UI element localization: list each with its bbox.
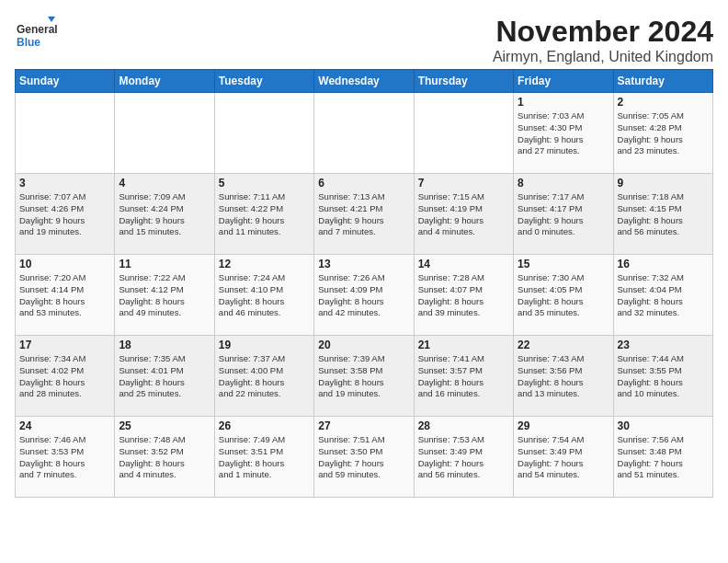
calendar-cell: 9Sunrise: 7:18 AM Sunset: 4:15 PM Daylig… xyxy=(613,174,712,255)
calendar-cell: 16Sunrise: 7:32 AM Sunset: 4:04 PM Dayli… xyxy=(613,255,712,336)
calendar-cell: 25Sunrise: 7:48 AM Sunset: 3:52 PM Dayli… xyxy=(115,417,214,498)
day-info: Sunrise: 7:09 AM Sunset: 4:24 PM Dayligh… xyxy=(119,191,210,238)
day-info: Sunrise: 7:39 AM Sunset: 3:58 PM Dayligh… xyxy=(318,353,409,400)
day-number: 10 xyxy=(19,258,110,270)
day-info: Sunrise: 7:15 AM Sunset: 4:19 PM Dayligh… xyxy=(418,191,509,238)
calendar-cell xyxy=(214,93,313,174)
day-info: Sunrise: 7:34 AM Sunset: 4:02 PM Dayligh… xyxy=(19,353,110,400)
calendar-cell: 5Sunrise: 7:11 AM Sunset: 4:22 PM Daylig… xyxy=(214,174,313,255)
weekday-header: Friday xyxy=(514,70,613,93)
calendar-cell xyxy=(115,93,214,174)
day-number: 26 xyxy=(219,419,310,432)
calendar-cell: 17Sunrise: 7:34 AM Sunset: 4:02 PM Dayli… xyxy=(16,336,115,417)
day-info: Sunrise: 7:20 AM Sunset: 4:14 PM Dayligh… xyxy=(19,272,110,319)
day-number: 12 xyxy=(219,258,310,270)
day-number: 19 xyxy=(219,339,310,351)
day-number: 30 xyxy=(618,419,709,432)
calendar-week-row: 3Sunrise: 7:07 AM Sunset: 4:26 PM Daylig… xyxy=(16,174,713,255)
day-number: 14 xyxy=(418,258,509,270)
day-info: Sunrise: 7:11 AM Sunset: 4:22 PM Dayligh… xyxy=(219,191,310,238)
calendar-cell: 20Sunrise: 7:39 AM Sunset: 3:58 PM Dayli… xyxy=(314,336,414,417)
day-number: 15 xyxy=(518,258,609,270)
day-number: 13 xyxy=(318,258,409,270)
day-info: Sunrise: 7:28 AM Sunset: 4:07 PM Dayligh… xyxy=(418,272,509,319)
day-number: 24 xyxy=(19,419,110,432)
day-number: 1 xyxy=(518,96,609,109)
day-info: Sunrise: 7:32 AM Sunset: 4:04 PM Dayligh… xyxy=(618,272,709,319)
day-info: Sunrise: 7:22 AM Sunset: 4:12 PM Dayligh… xyxy=(119,272,210,319)
day-number: 17 xyxy=(19,339,110,351)
calendar-cell: 26Sunrise: 7:49 AM Sunset: 3:51 PM Dayli… xyxy=(214,417,313,498)
day-number: 18 xyxy=(119,339,210,351)
svg-text:Blue: Blue xyxy=(17,36,40,49)
calendar-table: SundayMondayTuesdayWednesdayThursdayFrid… xyxy=(15,69,713,498)
calendar-cell: 1Sunrise: 7:03 AM Sunset: 4:30 PM Daylig… xyxy=(514,93,613,174)
day-number: 6 xyxy=(318,177,409,190)
day-info: Sunrise: 7:41 AM Sunset: 3:57 PM Dayligh… xyxy=(418,353,509,400)
day-number: 2 xyxy=(618,96,709,109)
day-number: 16 xyxy=(618,258,709,270)
day-number: 9 xyxy=(618,177,709,190)
day-info: Sunrise: 7:37 AM Sunset: 4:00 PM Dayligh… xyxy=(219,353,310,400)
calendar-cell: 6Sunrise: 7:13 AM Sunset: 4:21 PM Daylig… xyxy=(314,174,414,255)
calendar-cell: 2Sunrise: 7:05 AM Sunset: 4:28 PM Daylig… xyxy=(613,93,712,174)
calendar-cell: 4Sunrise: 7:09 AM Sunset: 4:24 PM Daylig… xyxy=(115,174,214,255)
calendar-title: November 2024 Airmyn, England, United Ki… xyxy=(493,15,713,65)
day-number: 25 xyxy=(119,419,210,432)
calendar-cell: 11Sunrise: 7:22 AM Sunset: 4:12 PM Dayli… xyxy=(115,255,214,336)
day-info: Sunrise: 7:30 AM Sunset: 4:05 PM Dayligh… xyxy=(518,272,609,319)
calendar-cell xyxy=(314,93,414,174)
calendar-week-row: 17Sunrise: 7:34 AM Sunset: 4:02 PM Dayli… xyxy=(16,336,713,417)
calendar-cell xyxy=(16,93,115,174)
calendar-cell: 13Sunrise: 7:26 AM Sunset: 4:09 PM Dayli… xyxy=(314,255,414,336)
calendar-week-row: 10Sunrise: 7:20 AM Sunset: 4:14 PM Dayli… xyxy=(16,255,713,336)
weekday-header: Wednesday xyxy=(314,70,414,93)
day-info: Sunrise: 7:53 AM Sunset: 3:49 PM Dayligh… xyxy=(418,434,509,481)
location: Airmyn, England, United Kingdom xyxy=(493,49,713,65)
day-info: Sunrise: 7:26 AM Sunset: 4:09 PM Dayligh… xyxy=(318,272,409,319)
day-info: Sunrise: 7:54 AM Sunset: 3:49 PM Dayligh… xyxy=(518,434,609,481)
calendar-cell: 30Sunrise: 7:56 AM Sunset: 3:48 PM Dayli… xyxy=(613,417,712,498)
day-info: Sunrise: 7:05 AM Sunset: 4:28 PM Dayligh… xyxy=(618,110,709,157)
calendar-cell: 3Sunrise: 7:07 AM Sunset: 4:26 PM Daylig… xyxy=(16,174,115,255)
calendar-cell: 29Sunrise: 7:54 AM Sunset: 3:49 PM Dayli… xyxy=(514,417,613,498)
weekday-header: Monday xyxy=(115,70,214,93)
day-number: 29 xyxy=(518,419,609,432)
day-info: Sunrise: 7:56 AM Sunset: 3:48 PM Dayligh… xyxy=(618,434,709,481)
day-number: 28 xyxy=(418,419,509,432)
calendar-cell: 7Sunrise: 7:15 AM Sunset: 4:19 PM Daylig… xyxy=(414,174,513,255)
day-info: Sunrise: 7:24 AM Sunset: 4:10 PM Dayligh… xyxy=(219,272,310,319)
page-header: General Blue November 2024 Airmyn, Engla… xyxy=(15,15,713,65)
calendar-week-row: 1Sunrise: 7:03 AM Sunset: 4:30 PM Daylig… xyxy=(16,93,713,174)
day-number: 3 xyxy=(19,177,110,190)
day-number: 5 xyxy=(219,177,310,190)
day-info: Sunrise: 7:13 AM Sunset: 4:21 PM Dayligh… xyxy=(318,191,409,238)
day-number: 20 xyxy=(318,339,409,351)
svg-marker-2 xyxy=(48,17,55,22)
day-info: Sunrise: 7:51 AM Sunset: 3:50 PM Dayligh… xyxy=(318,434,409,481)
day-info: Sunrise: 7:07 AM Sunset: 4:26 PM Dayligh… xyxy=(19,191,110,238)
calendar-cell: 24Sunrise: 7:46 AM Sunset: 3:53 PM Dayli… xyxy=(16,417,115,498)
calendar-cell: 27Sunrise: 7:51 AM Sunset: 3:50 PM Dayli… xyxy=(314,417,414,498)
calendar-week-row: 24Sunrise: 7:46 AM Sunset: 3:53 PM Dayli… xyxy=(16,417,713,498)
day-number: 23 xyxy=(618,339,709,351)
day-info: Sunrise: 7:44 AM Sunset: 3:55 PM Dayligh… xyxy=(618,353,709,400)
calendar-cell: 28Sunrise: 7:53 AM Sunset: 3:49 PM Dayli… xyxy=(414,417,513,498)
weekday-header: Thursday xyxy=(414,70,513,93)
day-info: Sunrise: 7:48 AM Sunset: 3:52 PM Dayligh… xyxy=(119,434,210,481)
logo-svg: General Blue xyxy=(15,15,57,57)
day-info: Sunrise: 7:35 AM Sunset: 4:01 PM Dayligh… xyxy=(119,353,210,400)
logo: General Blue xyxy=(15,15,57,57)
calendar-cell: 12Sunrise: 7:24 AM Sunset: 4:10 PM Dayli… xyxy=(214,255,313,336)
calendar-header-row: SundayMondayTuesdayWednesdayThursdayFrid… xyxy=(16,70,713,93)
calendar-cell xyxy=(414,93,513,174)
day-number: 11 xyxy=(119,258,210,270)
day-number: 21 xyxy=(418,339,509,351)
day-info: Sunrise: 7:49 AM Sunset: 3:51 PM Dayligh… xyxy=(219,434,310,481)
day-info: Sunrise: 7:43 AM Sunset: 3:56 PM Dayligh… xyxy=(518,353,609,400)
weekday-header: Tuesday xyxy=(214,70,313,93)
day-number: 4 xyxy=(119,177,210,190)
weekday-header: Saturday xyxy=(613,70,712,93)
day-number: 27 xyxy=(318,419,409,432)
calendar-cell: 21Sunrise: 7:41 AM Sunset: 3:57 PM Dayli… xyxy=(414,336,513,417)
